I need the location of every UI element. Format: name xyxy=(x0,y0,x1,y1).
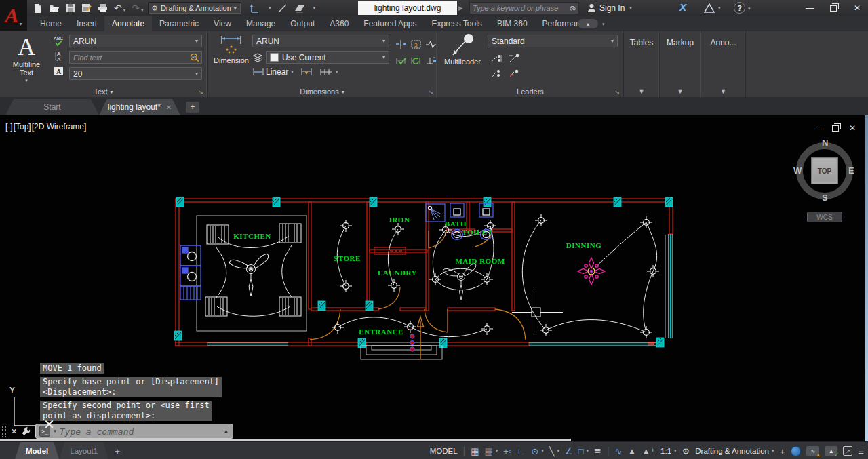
sign-in-button[interactable]: Sign In ▾ xyxy=(587,0,632,16)
redo-button[interactable]: ↷▾ xyxy=(132,3,143,14)
viewport-visual-style-control[interactable]: [2D Wireframe] xyxy=(32,122,87,132)
workspace-switch-button[interactable]: Drafting & Annotation xyxy=(695,447,769,455)
customize-wrench-icon[interactable] xyxy=(21,426,31,437)
help-icon[interactable]: ? xyxy=(734,2,745,14)
tab-bim360[interactable]: BIM 360 xyxy=(490,16,535,31)
new-drawing-tab-button[interactable]: + xyxy=(186,102,199,113)
command-line[interactable]: ✕ >_ ▾ ▲ xyxy=(0,422,236,441)
polar-tracking-icon[interactable]: ⊙ xyxy=(531,447,538,456)
command-expand-icon[interactable]: ▲ xyxy=(223,428,229,435)
object-snap-tracking-icon[interactable]: ∠ xyxy=(565,447,573,456)
label-laundry[interactable]: LAUNDRY xyxy=(378,268,417,277)
new-file-icon[interactable] xyxy=(33,3,43,14)
collect-leaders-icon[interactable] xyxy=(508,68,521,78)
grid-display-icon[interactable]: ▦ xyxy=(484,447,492,456)
label-bath[interactable]: BATH xyxy=(445,220,467,228)
label-toilet[interactable]: TOILET xyxy=(462,228,493,236)
command-input[interactable] xyxy=(60,426,220,437)
command-line-grip[interactable] xyxy=(1,425,7,437)
clean-screen-icon[interactable]: ↗ xyxy=(843,446,852,456)
chevron-down-icon[interactable]: ▾ xyxy=(541,448,544,454)
dim-layer-combo[interactable]: Use Current ▾ xyxy=(266,51,389,64)
chevron-down-icon[interactable]: ▾ xyxy=(674,448,677,454)
entrance-switches[interactable] xyxy=(410,334,414,351)
snap-grid-icon[interactable]: ▦ xyxy=(471,447,479,456)
kitchen-sink[interactable] xyxy=(180,245,201,300)
linear-dimension-button[interactable]: Linear ▾ xyxy=(252,67,294,77)
leaders-panel-launcher-icon[interactable]: ↘ xyxy=(614,89,620,96)
tab-express-tools[interactable]: Express Tools xyxy=(424,16,489,31)
help-dropdown-icon[interactable]: ▾ xyxy=(748,6,751,12)
chevron-down-icon[interactable]: ▾ xyxy=(557,448,559,454)
tab-manage[interactable]: Manage xyxy=(239,16,283,31)
layout1-tab[interactable]: Layout1 xyxy=(59,442,108,459)
tab-a360[interactable]: A360 xyxy=(322,16,356,31)
binoculars-icon[interactable] xyxy=(570,4,576,12)
text-panel-launcher-icon[interactable]: ↘ xyxy=(198,89,203,96)
selection-cycling-icon[interactable]: ∿ xyxy=(615,447,623,456)
save-icon[interactable] xyxy=(66,3,75,13)
break-dimension-icon[interactable] xyxy=(395,39,407,49)
file-tab-start[interactable]: Start xyxy=(5,99,99,115)
drawing-canvas[interactable]: [-] [Top] [2D Wireframe] — ✕ N W E S TOP… xyxy=(0,115,868,441)
dimension-text-angle-icon[interactable] xyxy=(425,56,437,66)
dimensions-panel-footer[interactable]: Dimensions ▾ xyxy=(208,86,437,97)
viewcube-top-face[interactable]: TOP xyxy=(811,157,838,184)
dimensions-panel-launcher-icon[interactable]: ↘ xyxy=(428,89,433,96)
dimension-update-icon[interactable] xyxy=(410,56,422,66)
kitchen-fan[interactable] xyxy=(229,253,271,296)
doc-restore-button[interactable] xyxy=(832,125,839,132)
exchange-apps-icon[interactable]: X xyxy=(679,1,686,13)
workspace-selector[interactable]: ⚙ Drafting & Annotation ▾ xyxy=(148,2,241,14)
entry-arrow[interactable] xyxy=(418,317,424,359)
tab-view[interactable]: View xyxy=(206,16,239,31)
viewcube-north[interactable]: N xyxy=(822,138,828,148)
isometric-drafting-icon[interactable]: ╲ xyxy=(549,447,555,456)
ribbon-minimize-dropdown-icon[interactable]: ▾ xyxy=(602,22,605,27)
model-tab[interactable]: Model xyxy=(15,442,59,459)
viewport-menu-control[interactable]: [-] xyxy=(5,122,13,132)
toolbar-overflow-icon[interactable]: ▾ xyxy=(313,5,316,11)
tab-home[interactable]: Home xyxy=(33,16,69,31)
add-leader-icon[interactable] xyxy=(490,54,503,63)
jog-line-icon[interactable] xyxy=(425,39,437,49)
chevron-down-icon[interactable]: ▾ xyxy=(587,448,589,454)
autocad-logo[interactable]: A▾ xyxy=(0,0,27,31)
snap-mode-icon[interactable]: +▫ xyxy=(503,447,511,456)
axis-tool-icon[interactable] xyxy=(250,3,260,14)
ribbon-minimize-button[interactable]: ▲ xyxy=(578,19,598,28)
new-layout-button[interactable]: + xyxy=(108,442,126,459)
help-search[interactable] xyxy=(469,2,579,14)
object-snap-icon[interactable]: □ xyxy=(578,447,584,456)
dim-style-combo[interactable]: ARUN ▾ xyxy=(252,35,389,47)
undo-button[interactable]: ↶▾ xyxy=(114,3,125,14)
floor-plan[interactable]: KITCHEN STORE IRON LAUNDRY BATH TOILET M… xyxy=(171,194,676,363)
spell-check-icon[interactable]: ABC xyxy=(53,35,65,47)
close-button[interactable]: ✕ xyxy=(852,3,863,13)
viewport-view-control[interactable]: [Top] xyxy=(14,122,31,132)
isolate-objects-icon[interactable]: ▲✓ xyxy=(825,446,837,456)
continue-dimension-button[interactable]: ▾ xyxy=(319,68,338,76)
annotation-visibility-icon[interactable]: ▲ xyxy=(627,447,636,456)
customization-menu-icon[interactable]: ≡ xyxy=(858,446,864,456)
file-tab-drawing[interactable]: lighting layout* ✕ xyxy=(99,99,180,115)
label-dinning[interactable]: DINNING xyxy=(566,241,601,250)
axis-dropdown-icon[interactable]: ▾ xyxy=(269,5,271,11)
ortho-mode-icon[interactable]: ∟ xyxy=(517,447,526,456)
restore-button[interactable] xyxy=(830,5,837,12)
label-store[interactable]: STORE xyxy=(334,254,361,262)
layers-icon[interactable] xyxy=(252,53,263,62)
line-tool-icon[interactable] xyxy=(278,3,288,13)
panel-tables[interactable]: Tables ▼ xyxy=(624,31,660,97)
a360-connect[interactable]: ▾ xyxy=(704,0,721,16)
doors[interactable] xyxy=(310,231,526,340)
label-kitchen[interactable]: KITCHEN xyxy=(233,232,271,240)
save-as-icon[interactable] xyxy=(81,3,92,13)
find-text-input[interactable] xyxy=(69,51,202,64)
multiline-text-button[interactable]: A Multiline Text ▾ xyxy=(5,33,47,85)
filename-arrow-icon[interactable]: ▶ xyxy=(458,5,463,12)
annotation-autoscale-icon[interactable]: ▲⁺ xyxy=(642,447,655,456)
dimension-check-icon[interactable] xyxy=(395,56,407,66)
label-entrance[interactable]: ENTRANCE xyxy=(359,327,403,336)
lineweight-icon[interactable]: ≣ xyxy=(594,447,601,456)
